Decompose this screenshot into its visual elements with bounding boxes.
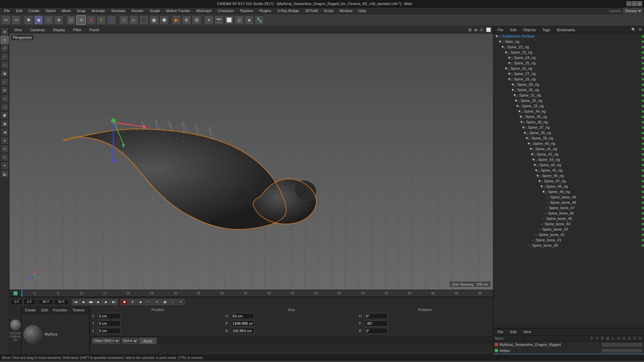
sound-button[interactable]: ♪ bbox=[169, 299, 176, 305]
tree-spine40[interactable]: ▼ △ Spine_40_rig bbox=[493, 141, 644, 146]
tree-bone42[interactable]: ⌐ Spine_bone_42 bbox=[493, 232, 644, 237]
menu-pipeline[interactable]: Pipeline bbox=[237, 8, 256, 13]
null-button[interactable]: ○ bbox=[44, 15, 53, 25]
tree-bone40[interactable]: ⌐ Spine_bone_40 bbox=[493, 243, 644, 248]
poly-mode-button[interactable]: ▣ bbox=[149, 15, 159, 25]
tree-spine33[interactable]: ▼ △ Spine_33_rig bbox=[493, 103, 644, 109]
tree-bone46[interactable]: ⌐ Spine_bone_46 bbox=[493, 210, 644, 216]
menu-simulate[interactable]: Simulate bbox=[108, 8, 128, 13]
tree-subdiv-surface[interactable]: ▼ ⬡ Subdivision Surface bbox=[493, 34, 644, 39]
step-forward-button[interactable]: ▶ bbox=[103, 299, 110, 305]
menu-mesh[interactable]: Mesh bbox=[59, 8, 73, 13]
right-tab-file[interactable]: File bbox=[495, 27, 506, 33]
menu-script[interactable]: Script bbox=[321, 8, 336, 13]
tree-spine35[interactable]: ▼ △ Spine_35_rig bbox=[493, 114, 644, 119]
tree-spine42[interactable]: ▼ △ Spine_42_rig bbox=[493, 152, 644, 157]
3d-viewport[interactable]: Perspective bbox=[9, 34, 493, 290]
go-start-button[interactable]: |◀ bbox=[72, 299, 79, 305]
move-tool-button[interactable]: ✛ bbox=[76, 15, 86, 25]
mat-tab-function[interactable]: Function bbox=[51, 307, 69, 313]
y-axis-button[interactable]: Y bbox=[97, 15, 106, 25]
tree-spine27[interactable]: ▼ △ Spine_27_rig bbox=[493, 71, 644, 76]
tree-spine39[interactable]: ▼ △ Spine_39_rig bbox=[493, 135, 644, 141]
menu-character[interactable]: Character bbox=[215, 8, 236, 13]
menu-sculpt[interactable]: Sculpt bbox=[147, 8, 163, 13]
menu-animate[interactable]: Animate bbox=[89, 8, 108, 13]
menu-window[interactable]: Window bbox=[337, 8, 355, 13]
br-tab-view[interactable]: View bbox=[521, 329, 534, 335]
record-button[interactable]: ⏺ bbox=[121, 299, 128, 305]
floor-button[interactable]: ⬜ bbox=[224, 15, 234, 25]
preview-button[interactable]: ▣ bbox=[161, 299, 168, 305]
right-panel-icon-2[interactable]: ⚙ bbox=[638, 27, 643, 33]
go-end-button[interactable]: ▶| bbox=[110, 299, 118, 305]
tree-bone48[interactable]: ⌐ Spine_bone_48 bbox=[493, 200, 644, 205]
sidebar-particles[interactable]: ⊙ bbox=[1, 145, 9, 153]
obj-row-bones[interactable]: Bones ⬛⬛⬛⬛⬛⬛⬛⬛⬛⬛ bbox=[493, 354, 644, 355]
tree-spine26[interactable]: ▼ △ Spine_26_rig bbox=[493, 66, 644, 71]
layout-select[interactable]: Startup bbox=[623, 8, 643, 14]
sky-button[interactable]: ◎ bbox=[234, 15, 244, 25]
menu-vray[interactable]: V-Ray Bridge bbox=[275, 8, 302, 13]
position-y-input[interactable] bbox=[97, 320, 121, 326]
sidebar-effector[interactable]: ✦ bbox=[1, 162, 9, 170]
tree-spine25[interactable]: ▼ △ Spine_25_rig bbox=[493, 60, 644, 66]
tree-spine28[interactable]: ▼ △ Spine_28_rig bbox=[493, 76, 644, 82]
viewport-tab-cameras[interactable]: Cameras bbox=[28, 27, 48, 33]
material-name[interactable]: Mythica bbox=[45, 332, 57, 336]
rotation-z-input[interactable] bbox=[364, 328, 388, 334]
frame-counter-input[interactable] bbox=[23, 299, 36, 305]
right-tab-edit[interactable]: Edit bbox=[507, 27, 519, 33]
tree-spine32[interactable]: ▼ △ Spine_32_rig bbox=[493, 98, 644, 103]
apply-button[interactable]: Apply bbox=[140, 338, 156, 344]
dragon-model[interactable] bbox=[43, 77, 318, 235]
obj-row-dragon[interactable]: Mythical_Serpentine_Dragon_Rigged ⬛⬛⬛⬛⬛⬛… bbox=[493, 342, 644, 348]
tree-spine48[interactable]: ▼ △ Spine_48_rig bbox=[493, 184, 644, 189]
object-mode-select[interactable]: Object (Rel) ▾ Object (Abs) World bbox=[92, 338, 120, 344]
timeline-area[interactable]: 0 5 10 15 20 25 30 35 40 45 50 55 60 65 … bbox=[9, 290, 493, 297]
sidebar-camera[interactable]: ⬟ bbox=[1, 111, 9, 119]
menu-render[interactable]: Render bbox=[129, 8, 146, 13]
sidebar-light[interactable]: ◁ bbox=[1, 103, 9, 111]
tree-bone47[interactable]: ⌐ Spine_bone_47 bbox=[493, 205, 644, 210]
sidebar-deformer[interactable]: ▱ bbox=[1, 95, 9, 103]
viewport-icon-2[interactable]: ◈ bbox=[474, 27, 477, 32]
right-panel-icon-1[interactable]: 🔍 bbox=[631, 27, 637, 33]
tree-spine44[interactable]: ▼ △ Spine_44_rig bbox=[493, 162, 644, 168]
material-button[interactable]: ◈ bbox=[245, 15, 254, 25]
maximize-button[interactable]: □ bbox=[632, 1, 637, 6]
sidebar-character[interactable]: ⬕ bbox=[1, 170, 9, 178]
step-back-button[interactable]: ◀ bbox=[79, 299, 87, 305]
tree-spine49[interactable]: ▼ △ Spine_49_rig bbox=[493, 189, 644, 194]
loop-button[interactable]: ↺ bbox=[153, 299, 160, 305]
size-x-input[interactable] bbox=[231, 313, 254, 319]
viewport-tab-display[interactable]: Display bbox=[50, 27, 68, 33]
sidebar-hair[interactable]: ≡ bbox=[1, 153, 9, 161]
transform-gizmo[interactable] bbox=[90, 104, 157, 178]
menu-plugins[interactable]: Plugins bbox=[257, 8, 274, 13]
minimize-button[interactable]: — bbox=[627, 1, 631, 6]
material-sphere-preview[interactable] bbox=[23, 325, 42, 344]
tree-spine31[interactable]: ▼ △ Spine_31_rig bbox=[493, 93, 644, 98]
tree-spine45[interactable]: ▼ △ Spine_45_rig bbox=[493, 168, 644, 173]
sidebar-object-mode[interactable]: ◈ bbox=[1, 27, 9, 36]
size-mode-select[interactable]: Size ▾ Scale bbox=[121, 338, 138, 344]
tree-spine36[interactable]: ▼ △ Spine_36_rig bbox=[493, 119, 644, 125]
position-z-input[interactable] bbox=[97, 328, 121, 334]
right-tab-tags[interactable]: Tags bbox=[540, 27, 553, 33]
size-y-input[interactable] bbox=[231, 320, 254, 326]
point-mode-button[interactable]: ▷ bbox=[129, 15, 139, 25]
tree-arrow-subdiv[interactable]: ▼ bbox=[495, 34, 497, 38]
x-axis-button[interactable]: X bbox=[87, 15, 96, 25]
ipr-button[interactable]: ⊞ bbox=[192, 15, 201, 25]
menu-file[interactable]: File bbox=[1, 8, 13, 13]
camera-button[interactable]: 📷 bbox=[214, 15, 224, 25]
tree-bone43[interactable]: ⌐ Spine_bone_43 bbox=[493, 227, 644, 232]
tree-spine30[interactable]: ▼ △ Spine_30_rig bbox=[493, 87, 644, 93]
menu-snap[interactable]: Snap bbox=[74, 8, 88, 13]
tree-spine38[interactable]: ▼ △ Spine_38_rig bbox=[493, 130, 644, 135]
z-axis-button[interactable]: Z bbox=[107, 15, 116, 25]
viewport-icon-3[interactable]: ⊙ bbox=[480, 27, 483, 32]
rotation-y-input[interactable] bbox=[364, 320, 388, 326]
position-x-input[interactable] bbox=[97, 313, 121, 319]
